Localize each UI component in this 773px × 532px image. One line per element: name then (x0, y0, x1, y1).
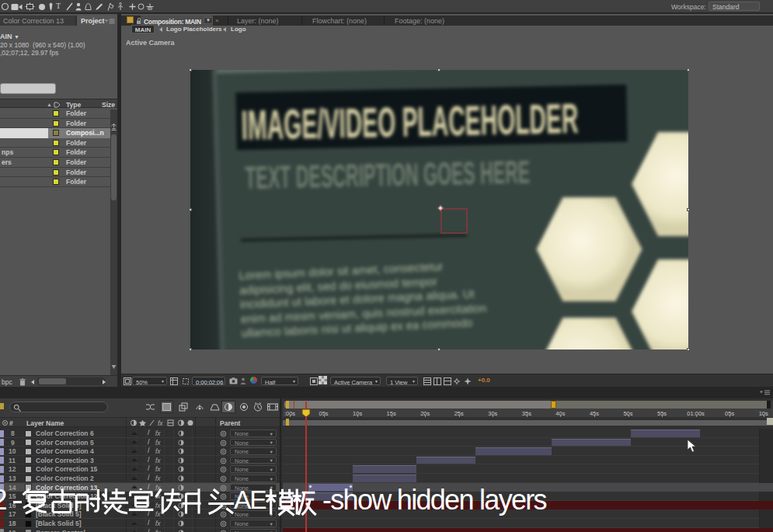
svg-text:fx: fx (158, 419, 163, 426)
